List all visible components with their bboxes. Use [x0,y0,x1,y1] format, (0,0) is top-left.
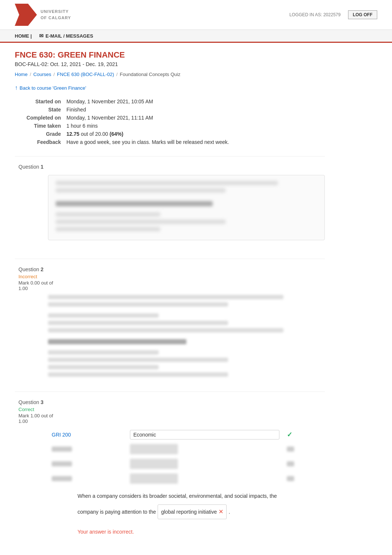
mail-icon: ✉ [39,33,44,39]
gri-row-blurred-3 [48,471,325,486]
nav-home[interactable]: HOME | [15,33,32,39]
incorrect-answer-message: Your answer is incorrect. [78,527,325,537]
breadcrumb: Home / Courses / FNCE 630 (BOC-FALL-02) … [15,72,325,77]
gri-code-200: GRI 200 [52,432,71,438]
back-to-course-link[interactable]: ↑ Back to course 'Green Finance' [15,85,325,91]
gri-row-blurred-2 [48,456,325,471]
question-2-block: Question 2 Incorrect Mark 0.00 out of1.0… [15,266,325,377]
section-separator-2 [15,259,325,259]
question-3-mark: Mark 1.00 out of1.00 [18,413,325,424]
log-off-button[interactable]: LOG OFF [348,10,377,19]
fill-blank-connector: company is paying attention to the [78,507,156,517]
breadcrumb-home[interactable]: Home [15,72,28,77]
gri-row-200: GRI 200 Economic ✓ [48,428,325,442]
state-row: State Finished [15,107,325,113]
header: UNIVERSITYOF CALGARY LOGGED IN AS: 20225… [0,0,392,30]
question-2-header: Question 2 [18,266,325,272]
header-right: LOGGED IN AS: 2022579 LOG OFF [289,10,377,19]
back-arrow-icon: ↑ [15,85,18,91]
feedback-row: Feedback Have a good week, see you in cl… [15,139,325,145]
gri-correct-icon: ✓ [287,431,292,438]
university-logo-icon [15,4,37,26]
time-taken-row: Time taken 1 hour 6 mins [15,123,325,129]
gri-row-blurred-1 [48,442,325,456]
fill-blank-dot: . [228,507,230,517]
question-1-block: Question 1 [15,164,325,244]
breadcrumb-current: Foundational Concepts Quiz [120,72,180,77]
question-1-header: Question 1 [18,164,325,170]
question-3-block: Question 3 Correct Mark 1.00 out of1.00 … [15,399,325,537]
logged-in-label: LOGGED IN AS: 2022579 [289,12,341,17]
section-separator [15,156,325,156]
question-2-content [48,295,325,377]
fill-blank-row: company is paying attention to the globa… [78,504,325,519]
fill-blank-clear-icon[interactable]: ✕ [219,506,223,518]
gri-match-table: GRI 200 Economic ✓ [48,428,325,486]
logo-area: UNIVERSITYOF CALGARY [15,4,71,26]
quiz-info-table: Started on Monday, 1 November 2021, 10:0… [15,99,325,145]
fill-blank-section: When a company considers its broader soc… [78,492,325,537]
breadcrumb-course[interactable]: FNCE 630 (BOC-FALL-02) [57,72,114,77]
grade-row: Grade 12.75 out of 20.00 (64%) [15,131,325,137]
question-2-status: Incorrect [18,274,325,279]
course-subtitle: BOC-FALL-02: Oct. 12, 2021 - Dec. 19, 20… [15,61,325,67]
fill-blank-intro: When a company considers its broader soc… [78,492,325,501]
breadcrumb-courses[interactable]: Courses [33,72,51,77]
course-title: FNCE 630: GREEN FINANCE [15,50,325,60]
nav-email[interactable]: ✉ E-MAIL / MESSAGES [39,33,93,39]
started-on-row: Started on Monday, 1 November 2021, 10:0… [15,99,325,104]
fill-blank-input[interactable]: global reporting initiative ✕ [158,504,227,519]
question-1-content [18,171,325,244]
question-3-content: GRI 200 Economic ✓ [48,428,325,537]
question-2-mark: Mark 0.00 out of1.00 [18,280,325,291]
gri-dropdown-200[interactable]: Economic [130,430,279,439]
question-3-header: Question 3 [18,399,325,405]
university-name: UNIVERSITYOF CALGARY [41,8,71,21]
main-content: FNCE 630: GREEN FINANCE BOC-FALL-02: Oct… [0,43,340,555]
completed-on-row: Completed on Monday, 1 November 2021, 11… [15,115,325,121]
nav-bar: HOME | ✉ E-MAIL / MESSAGES [0,30,392,43]
fill-blank-answer: global reporting initiative [161,507,217,517]
question-1-blurred [48,175,325,240]
section-separator-3 [15,392,325,392]
question-3-status: Correct [18,407,325,412]
